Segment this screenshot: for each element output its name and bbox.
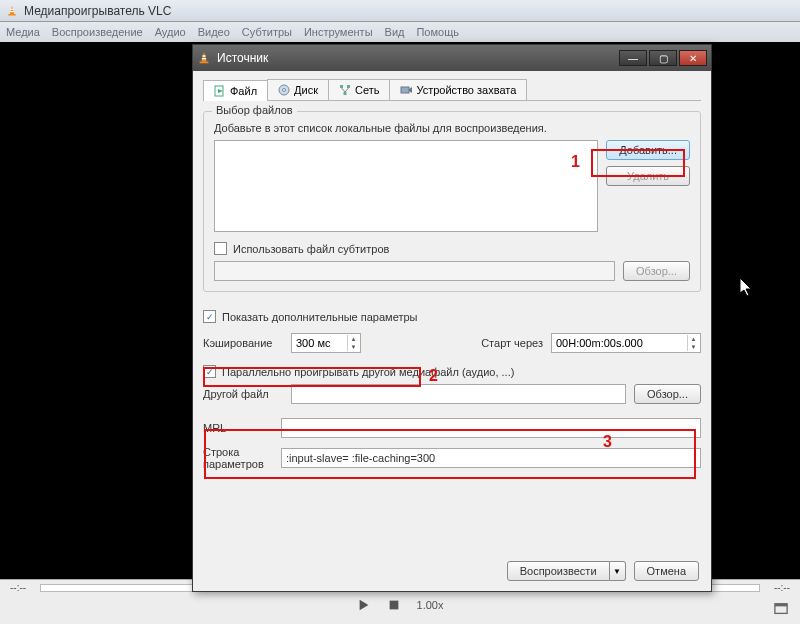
params-label: Строка параметров	[203, 446, 273, 470]
dialog-minimize-button[interactable]: —	[619, 50, 647, 66]
mouse-cursor-icon	[740, 278, 754, 298]
start-time-value: 00H:00m:00s.000	[556, 337, 643, 349]
svg-rect-18	[343, 92, 346, 95]
file-list[interactable]	[214, 140, 598, 232]
main-window-chrome: Медиапроигрыватель VLC Медиа Воспроизвед…	[0, 0, 800, 48]
svg-marker-21	[740, 278, 751, 296]
annotation-number-3: 3	[603, 433, 612, 451]
caching-spinbox[interactable]: 300 мс ▲▼	[291, 333, 361, 353]
menu-tools[interactable]: Инструменты	[304, 26, 373, 38]
tab-capture-label: Устройство захвата	[416, 84, 516, 96]
tab-disc-label: Диск	[294, 84, 318, 96]
annotation-number-2: 2	[429, 367, 438, 385]
group-legend: Выбор файлов	[212, 104, 297, 116]
dialog-title: Источник	[217, 51, 619, 65]
play-split-button[interactable]: Воспроизвести ▼	[507, 561, 626, 581]
play-button[interactable]: Воспроизвести	[507, 561, 610, 581]
menu-media[interactable]: Медиа	[6, 26, 40, 38]
source-tabs: Файл Диск Сеть Устройство захвата	[203, 79, 701, 101]
menu-video[interactable]: Видео	[198, 26, 230, 38]
menu-help[interactable]: Помощь	[416, 26, 459, 38]
dialog-footer: Воспроизвести ▼ Отмена	[507, 561, 699, 581]
mrl-label: MRL	[203, 422, 273, 434]
time-elapsed: --:--	[10, 582, 26, 593]
svg-rect-2	[11, 8, 14, 9]
tab-network-label: Сеть	[355, 84, 379, 96]
main-title: Медиапроигрыватель VLC	[24, 4, 171, 18]
svg-rect-17	[347, 85, 350, 88]
network-icon	[339, 84, 351, 96]
playback-controls: 1.00x	[0, 598, 800, 612]
subtitle-browse-button[interactable]: Обзор...	[623, 261, 690, 281]
play-icon[interactable]	[357, 598, 371, 612]
svg-rect-7	[775, 604, 787, 607]
stop-icon[interactable]	[387, 598, 401, 612]
parallel-play-checkbox[interactable]: ✓	[203, 365, 216, 378]
mrl-input[interactable]	[281, 418, 701, 438]
spin-down-icon[interactable]: ▼	[687, 343, 699, 351]
tab-network[interactable]: Сеть	[328, 79, 390, 100]
open-source-dialog: Источник — ▢ ✕ Файл Диск Сеть Устройство…	[192, 44, 712, 592]
svg-point-15	[283, 89, 286, 92]
svg-rect-16	[340, 85, 343, 88]
svg-rect-19	[401, 87, 409, 93]
show-extra-label: Показать дополнительные параметры	[222, 311, 417, 323]
other-file-browse-button[interactable]: Обзор...	[634, 384, 701, 404]
vlc-cone-icon	[197, 51, 211, 65]
spin-down-icon[interactable]: ▼	[347, 343, 359, 351]
playback-speed[interactable]: 1.00x	[417, 599, 444, 611]
svg-rect-10	[202, 55, 206, 56]
menu-playback[interactable]: Воспроизведение	[52, 26, 143, 38]
dialog-close-button[interactable]: ✕	[679, 50, 707, 66]
menu-subtitles[interactable]: Субтитры	[242, 26, 292, 38]
show-extra-checkbox[interactable]: ✓	[203, 310, 216, 323]
play-dropdown-icon[interactable]: ▼	[610, 561, 626, 581]
menu-view[interactable]: Вид	[385, 26, 405, 38]
spin-up-icon[interactable]: ▲	[347, 335, 359, 343]
disc-icon	[278, 84, 290, 96]
caching-value: 300 мс	[296, 337, 330, 349]
use-subtitle-checkbox[interactable]	[214, 242, 227, 255]
menu-audio[interactable]: Аудио	[155, 26, 186, 38]
time-total: --:--	[774, 582, 790, 593]
dialog-titlebar[interactable]: Источник — ▢ ✕	[193, 45, 711, 71]
add-button[interactable]: Добавить...	[606, 140, 690, 160]
tab-capture[interactable]: Устройство захвата	[389, 79, 527, 100]
svg-rect-3	[10, 11, 14, 12]
params-input[interactable]: :input-slave= :file-caching=300	[281, 448, 701, 468]
svg-rect-5	[389, 601, 398, 610]
svg-rect-9	[200, 62, 209, 64]
start-label: Старт через	[481, 337, 543, 349]
parallel-play-label: Параллельно проигрывать другой медиафайл…	[222, 366, 514, 378]
svg-marker-4	[359, 600, 368, 611]
other-file-input[interactable]	[291, 384, 626, 404]
group-hint: Добавьте в этот список локальные файлы д…	[214, 122, 690, 134]
delete-button[interactable]: Удалить	[606, 166, 690, 186]
spin-up-icon[interactable]: ▲	[687, 335, 699, 343]
svg-rect-1	[8, 14, 16, 16]
tab-file-label: Файл	[230, 85, 257, 97]
main-menubar: Медиа Воспроизведение Аудио Видео Субтит…	[0, 22, 800, 42]
file-icon	[214, 85, 226, 97]
start-time-spinbox[interactable]: 00H:00m:00s.000 ▲▼	[551, 333, 701, 353]
annotation-number-1: 1	[571, 153, 580, 171]
vlc-cone-icon	[6, 5, 18, 17]
caching-label: Кэширование	[203, 337, 283, 349]
cancel-button[interactable]: Отмена	[634, 561, 699, 581]
capture-icon	[400, 84, 412, 96]
tab-file[interactable]: Файл	[203, 80, 268, 101]
subtitle-path-input[interactable]	[214, 261, 615, 281]
other-file-label: Другой файл	[203, 388, 283, 400]
file-selection-group: Выбор файлов Добавьте в этот список лока…	[203, 111, 701, 292]
dialog-maximize-button[interactable]: ▢	[649, 50, 677, 66]
fullscreen-icon[interactable]	[774, 602, 788, 616]
main-titlebar: Медиапроигрыватель VLC	[0, 0, 800, 22]
use-subtitle-label: Использовать файл субтитров	[233, 243, 389, 255]
tab-disc[interactable]: Диск	[267, 79, 329, 100]
svg-rect-11	[202, 58, 206, 59]
